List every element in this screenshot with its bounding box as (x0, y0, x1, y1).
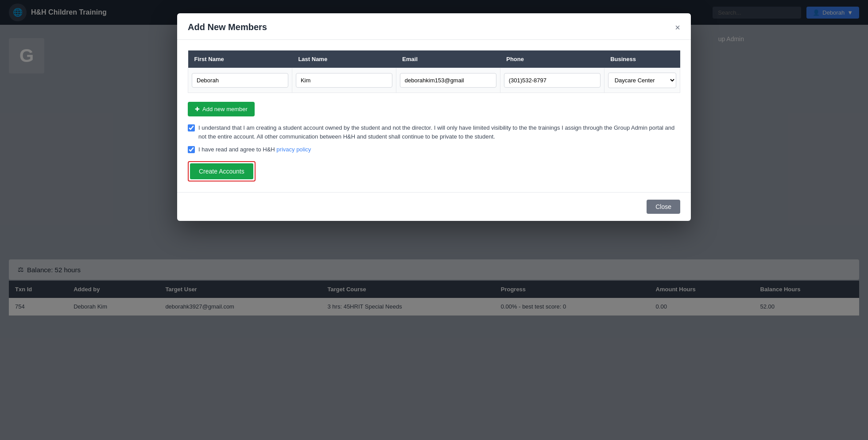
business-select[interactable]: Daycare Center School Hospital Other (608, 73, 676, 88)
privacy-row: I have read and agree to H&H privacy pol… (188, 145, 680, 154)
add-member-label: Add new member (202, 106, 248, 112)
first-name-input[interactable] (192, 73, 288, 88)
email-input[interactable] (400, 73, 496, 88)
privacy-policy-link[interactable]: privacy policy (276, 146, 311, 153)
phone-cell (500, 68, 604, 93)
modal-close-button[interactable]: × (675, 23, 680, 32)
business-cell: Daycare Center School Hospital Other (604, 68, 680, 93)
modal-footer: Close (177, 192, 691, 221)
create-accounts-wrapper: Create Accounts (188, 161, 256, 181)
privacy-checkbox[interactable] (188, 146, 195, 153)
modal-body: First Name Last Name Email Phone Busines… (177, 40, 691, 192)
col-business: Business (604, 50, 680, 68)
modal-overlay: Add New Members × First Name Last Name E… (0, 0, 868, 440)
privacy-text-before: I have read and agree to H&H (198, 146, 276, 153)
modal: Add New Members × First Name Last Name E… (177, 13, 691, 221)
col-first-name: First Name (188, 50, 292, 68)
modal-title: Add New Members (188, 22, 267, 32)
privacy-label: I have read and agree to H&H privacy pol… (198, 145, 311, 154)
col-last-name: Last Name (292, 50, 396, 68)
col-phone: Phone (500, 50, 604, 68)
last-name-input[interactable] (296, 73, 392, 88)
modal-header: Add New Members × (177, 13, 691, 40)
disclaimer-checkbox[interactable] (188, 124, 195, 131)
create-accounts-button[interactable]: Create Accounts (190, 163, 253, 179)
last-name-cell (292, 68, 396, 93)
add-new-member-button[interactable]: ✚ Add new member (188, 102, 255, 116)
col-email: Email (396, 50, 500, 68)
disclaimer-row: I understand that I am creating a studen… (188, 124, 680, 141)
member-form-table: First Name Last Name Email Phone Busines… (188, 50, 680, 93)
disclaimer-text: I understand that I am creating a studen… (198, 124, 680, 141)
first-name-cell (188, 68, 292, 93)
plus-icon: ✚ (195, 106, 200, 112)
close-button[interactable]: Close (647, 200, 680, 214)
phone-input[interactable] (504, 73, 601, 88)
member-row: Daycare Center School Hospital Other (188, 68, 680, 93)
email-cell (396, 68, 500, 93)
